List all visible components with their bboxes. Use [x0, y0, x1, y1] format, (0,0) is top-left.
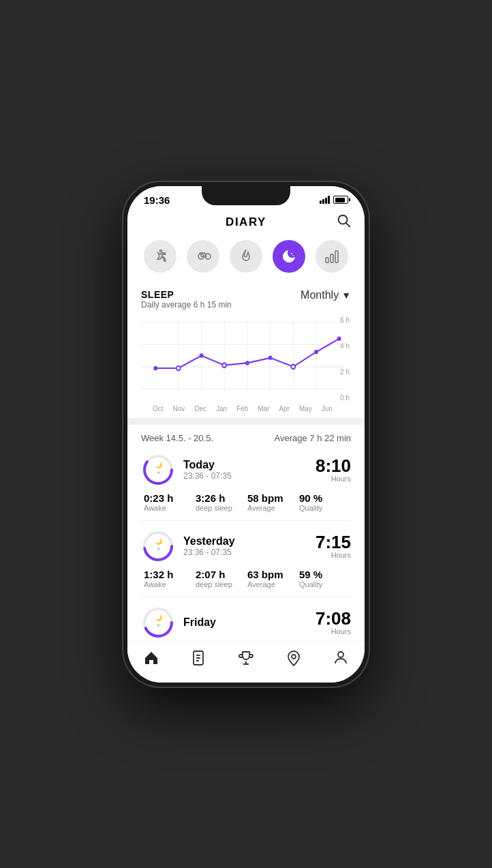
stat-quality-yesterday: 59 % Quality [299, 569, 340, 588]
sleep-ring-yesterday: 🌙 ★ [141, 529, 175, 563]
svg-point-23 [245, 361, 249, 365]
svg-point-22 [222, 363, 226, 368]
entry-info-yesterday: Yesterday 23:36 - 07:35 [183, 535, 316, 557]
app-header: DIARY [127, 209, 365, 235]
chart-x-labels: Oct Nov Dec Jan Feb Mar Apr May Jun [141, 404, 351, 418]
sleep-entry-today: 🌙 ★ Today 23:36 - 07:35 8:10 Hours [141, 453, 351, 521]
sleep-ring-today: 🌙 ★ [141, 453, 175, 487]
sleep-ring-friday: 🌙 ★ [141, 605, 175, 640]
nav-trophy[interactable] [230, 647, 262, 669]
svg-text:★: ★ [157, 547, 160, 551]
entry-hours-today: 8:10 Hours [316, 457, 351, 483]
stat-bpm-yesterday: 63 bpm Average [247, 569, 288, 588]
entry-time-today: 23:36 - 07:35 [183, 471, 316, 481]
search-button[interactable] [336, 213, 351, 231]
sleep-section: SLEEP Daily average 6 h 15 min Monthly ▼ [127, 281, 365, 418]
svg-rect-6 [330, 254, 333, 263]
category-stats[interactable] [316, 240, 348, 273]
svg-text:★: ★ [157, 470, 160, 475]
svg-point-24 [268, 355, 273, 360]
entry-day-friday: Friday [183, 616, 316, 629]
svg-point-2 [159, 250, 162, 252]
entry-header-today: 🌙 ★ Today 23:36 - 07:35 8:10 Hours [141, 453, 351, 487]
stat-bpm-today: 58 bpm Average [247, 492, 288, 512]
sleep-chart: 6 h 4 h 2 h 0 h [141, 315, 351, 404]
entry-info-friday: Friday [183, 616, 316, 629]
period-selector[interactable]: Monthly ▼ [301, 289, 351, 301]
week-section: Week 14.5. - 20.5. Average 7 h 22 min 🌙 … [127, 425, 365, 641]
nav-diary[interactable] [182, 647, 215, 669]
notch [202, 186, 290, 205]
svg-rect-7 [335, 251, 338, 263]
entry-stats-yesterday: 1:32 h Awake 2:07 h deep sleep 63 bpm Av… [141, 569, 351, 588]
sleep-entry-yesterday: 🌙 ★ Yesterday 23:36 - 07:35 7:15 Hours [141, 529, 351, 597]
svg-text:🌙: 🌙 [155, 537, 163, 545]
chevron-down-icon: ▼ [341, 290, 351, 301]
page-title: DIARY [226, 215, 266, 229]
bottom-nav [127, 641, 365, 683]
stat-awake-yesterday: 1:32 h Awake [144, 569, 185, 588]
svg-point-21 [200, 353, 204, 358]
entry-hours-yesterday: 7:15 Hours [316, 533, 351, 559]
week-average: Average 7 h 22 min [275, 433, 352, 443]
svg-point-20 [176, 365, 181, 370]
svg-point-45 [338, 652, 343, 657]
status-icons [320, 196, 348, 204]
nav-profile[interactable] [324, 647, 357, 669]
chart-y-labels: 6 h 4 h 2 h 0 h [340, 315, 350, 404]
svg-point-25 [291, 364, 295, 369]
entry-stats-today: 0:23 h Awake 3:26 h deep sleep 58 bpm Av… [141, 492, 351, 512]
entry-day-yesterday: Yesterday [183, 535, 316, 548]
svg-rect-5 [326, 258, 328, 263]
stat-quality-today: 90 % Quality [299, 492, 340, 512]
period-label: Monthly [301, 289, 339, 301]
stat-deep-yesterday: 2:07 h deep sleep [196, 569, 236, 588]
entry-info-today: Today 23:36 - 07:35 [183, 459, 316, 481]
stat-deep-today: 3:26 h deep sleep [196, 492, 236, 512]
category-running[interactable] [144, 240, 176, 273]
entry-day-today: Today [183, 459, 316, 471]
sleep-header: SLEEP Daily average 6 h 15 min Monthly ▼ [141, 289, 351, 310]
sleep-subtitle: Daily average 6 h 15 min [141, 300, 232, 310]
entry-header-yesterday: 🌙 ★ Yesterday 23:36 - 07:35 7:15 Hours [141, 529, 351, 563]
sleep-title: SLEEP [141, 289, 232, 300]
svg-text:★: ★ [157, 623, 160, 627]
phone-screen: 19:36 DIARY [127, 186, 365, 683]
svg-point-19 [153, 365, 157, 370]
svg-line-1 [346, 223, 350, 226]
category-cycling[interactable] [187, 240, 219, 273]
nav-location[interactable] [277, 647, 310, 669]
separator [127, 418, 365, 425]
svg-point-44 [292, 655, 296, 659]
stat-awake-today: 0:23 h Awake [144, 492, 185, 512]
sleep-title-group: SLEEP Daily average 6 h 15 min [141, 289, 232, 310]
week-range: Week 14.5. - 20.5. [141, 433, 213, 443]
category-calories[interactable] [230, 240, 262, 273]
app-content: DIARY [127, 209, 365, 641]
phone-frame: 19:36 DIARY [123, 182, 369, 687]
svg-point-3 [291, 253, 292, 254]
nav-home[interactable] [135, 647, 168, 669]
battery-icon [333, 196, 348, 204]
svg-text:🌙: 🌙 [155, 614, 163, 622]
entry-hours-friday: 7:08 Hours [316, 610, 351, 635]
sleep-entry-friday: 🌙 ★ Friday 7:08 Hours [141, 605, 351, 640]
signal-icon [320, 196, 330, 204]
entry-header-friday: 🌙 ★ Friday 7:08 Hours [141, 605, 351, 640]
svg-text:🌙: 🌙 [155, 461, 163, 469]
week-header: Week 14.5. - 20.5. Average 7 h 22 min [141, 433, 351, 443]
status-time: 19:36 [144, 194, 170, 206]
svg-point-4 [292, 255, 294, 256]
entry-time-yesterday: 23:36 - 07:35 [183, 548, 316, 557]
category-bar [127, 235, 365, 281]
svg-point-26 [314, 349, 318, 354]
category-sleep[interactable] [273, 240, 305, 273]
